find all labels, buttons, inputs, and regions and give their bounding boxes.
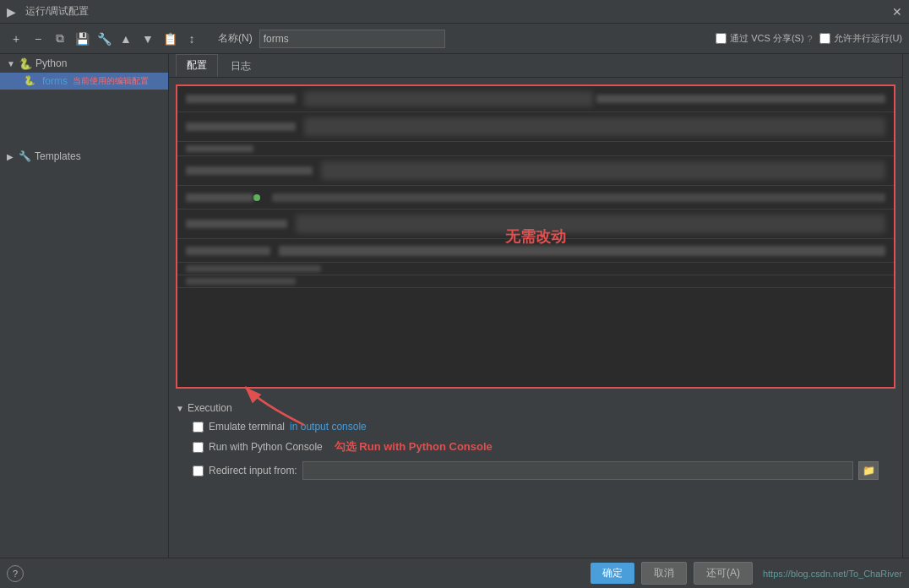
tab-config[interactable]: 配置 xyxy=(176,54,218,77)
tree-arrow-down: ▼ xyxy=(7,59,15,68)
blurred-row-2 xyxy=(177,112,894,142)
blurred-row-1 xyxy=(177,86,894,112)
parallel-run-checkbox[interactable] xyxy=(819,33,830,44)
run-python-console-row: Run with Python Console 勾选 Run with Pyth… xyxy=(176,436,895,458)
toolbar: + − ⧉ 💾 🔧 ▲ ▼ 📋 ↕ 名称(N) 通过 VCS 分享(S) ? 允… xyxy=(0,24,909,54)
wrench-icon: 🔧 xyxy=(19,150,31,162)
name-input[interactable] xyxy=(259,30,445,48)
no-change-annotation: 无需改动 xyxy=(505,226,566,247)
forms-tree-item[interactable]: 🐍 forms 当前使用的编辑配置 xyxy=(0,73,168,90)
python-label: Python xyxy=(35,57,67,69)
bottom-right: 确定 取消 还可(A) https://blog.csdn.net/To_Cha… xyxy=(591,562,902,585)
blurred-row-5 xyxy=(177,186,894,210)
forms-run-icon: 🐍 xyxy=(24,75,35,86)
python-icon: 🐍 xyxy=(19,57,32,70)
right-scrollbar[interactable] xyxy=(902,54,909,558)
execution-section: ▼ Execution Emulate terminal in output c… xyxy=(169,395,902,487)
right-panel: 配置 日志 xyxy=(169,54,902,558)
content-area[interactable]: 无需改动 ▼ xyxy=(169,78,902,558)
settings-button[interactable]: 🔧 xyxy=(95,30,113,48)
emulate-terminal-checkbox[interactable] xyxy=(193,422,204,433)
close-button[interactable]: ✕ xyxy=(892,5,902,19)
app-icon: ▶ xyxy=(7,5,20,19)
redirect-input-row: Redirect input from: 📁 xyxy=(176,458,895,483)
blurred-row-3 xyxy=(177,142,894,156)
confirm-button[interactable]: 确定 xyxy=(591,563,634,584)
blurred-section: 无需改动 xyxy=(176,84,895,389)
blurred-row-4 xyxy=(177,156,894,186)
sort-button[interactable]: ↕ xyxy=(182,30,201,48)
url-text: https://blog.csdn.net/To_ChaRiver xyxy=(763,569,902,579)
folder-button[interactable]: 📋 xyxy=(161,30,179,48)
move-down-button[interactable]: ▼ xyxy=(139,30,157,48)
execution-header[interactable]: ▼ Execution xyxy=(176,399,895,417)
main-container: + − ⧉ 💾 🔧 ▲ ▼ 📋 ↕ 名称(N) 通过 VCS 分享(S) ? 允… xyxy=(0,24,909,588)
section-arrow-icon: ▼ xyxy=(176,404,184,413)
bottom-bar: ? 确定 取消 还可(A) https://blog.csdn.net/To_C… xyxy=(0,558,909,588)
title-bar: ▶ 运行/调试配置 ✕ xyxy=(0,0,909,24)
forms-label: forms xyxy=(42,75,68,87)
body-split: ▼ 🐍 Python 🐍 forms 当前使用的编辑配置 ▶ 🔧 Templat… xyxy=(0,54,909,558)
python-tree-item[interactable]: ▼ 🐍 Python xyxy=(0,54,168,73)
help-button[interactable]: ? xyxy=(7,565,24,582)
left-panel: ▼ 🐍 Python 🐍 forms 当前使用的编辑配置 ▶ 🔧 Templat… xyxy=(0,54,169,558)
move-up-button[interactable]: ▲ xyxy=(117,30,135,48)
redirect-checkbox[interactable] xyxy=(193,466,204,476)
redirect-path-input[interactable] xyxy=(302,461,853,480)
bottom-left: ? xyxy=(7,565,24,582)
emulate-middle-text: in output console xyxy=(290,421,367,433)
emulate-terminal-row: Emulate terminal in output console xyxy=(176,417,895,436)
forms-current-label: 当前使用的编辑配置 xyxy=(73,75,149,87)
vcs-share-checkbox-group[interactable]: 通过 VCS 分享(S) ? xyxy=(716,32,813,45)
execution-label: Execution xyxy=(188,402,232,414)
blurred-row-9 xyxy=(177,275,894,288)
add-button[interactable]: + xyxy=(7,30,25,48)
title-bar-text: 运行/调试配置 xyxy=(25,4,89,19)
templates-label: Templates xyxy=(35,150,81,162)
templates-arrow: ▶ xyxy=(7,152,15,161)
toolbar-right: 通过 VCS 分享(S) ? 允许并行运行(U) xyxy=(716,32,902,45)
green-dot xyxy=(253,194,260,201)
parallel-run-checkbox-group[interactable]: 允许并行运行(U) xyxy=(819,32,902,45)
blurred-row-8 xyxy=(177,263,894,275)
tabs: 配置 日志 xyxy=(169,54,902,78)
tab-log[interactable]: 日志 xyxy=(220,55,262,77)
run-python-label: Run with Python Console xyxy=(209,441,323,453)
run-python-console-checkbox[interactable] xyxy=(193,442,204,453)
folder-browse-button[interactable]: 📁 xyxy=(858,461,879,480)
help-icon[interactable]: ? xyxy=(808,34,813,44)
remove-button[interactable]: − xyxy=(29,30,47,48)
name-label: 名称(N) xyxy=(218,31,253,46)
vcs-share-checkbox[interactable] xyxy=(716,33,727,44)
parallel-run-label: 允许并行运行(U) xyxy=(834,32,902,45)
templates-tree-item[interactable]: ▶ 🔧 Templates xyxy=(0,147,168,166)
more-button[interactable]: 还可(A) xyxy=(694,562,753,585)
run-python-annotation: 勾选 Run with Python Console xyxy=(335,439,493,455)
save-button[interactable]: 💾 xyxy=(73,30,91,48)
vcs-share-label: 通过 VCS 分享(S) xyxy=(730,32,803,45)
cancel-button[interactable]: 取消 xyxy=(641,562,687,585)
copy-button[interactable]: ⧉ xyxy=(51,30,69,48)
emulate-label: Emulate terminal xyxy=(209,421,285,433)
redirect-label: Redirect input from: xyxy=(209,465,297,476)
